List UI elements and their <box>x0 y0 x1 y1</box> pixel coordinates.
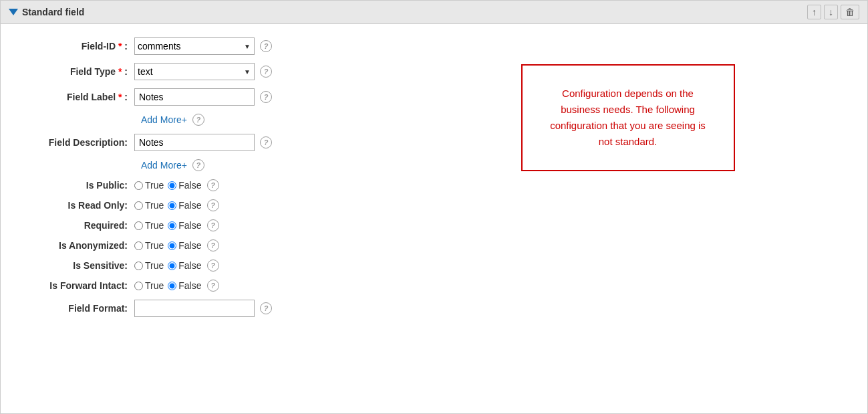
is-anonymized-true-radio[interactable] <box>134 241 143 250</box>
required-true-radio[interactable] <box>134 221 143 230</box>
is-anonymized-true-option[interactable]: True <box>134 240 164 251</box>
is-forward-intact-label-text: Is Forward Intact: <box>49 280 128 291</box>
is-sensitive-help-icon[interactable]: ? <box>207 260 219 272</box>
is-forward-intact-row: Is Forward Intact: True False ? <box>14 280 388 292</box>
field-id-row: Field-ID * : comments notes description … <box>14 37 388 55</box>
field-id-control-wrap: comments notes description ? <box>134 37 272 55</box>
is-read-only-row: Is Read Only: True False ? <box>14 199 388 211</box>
add-more-description-row: Add More+ ? <box>141 159 388 171</box>
is-read-only-false-label: False <box>178 200 201 211</box>
is-forward-intact-true-label: True <box>145 280 164 291</box>
required-help-icon[interactable]: ? <box>207 219 219 231</box>
is-anonymized-label-text: Is Anonymized: <box>59 240 128 251</box>
is-sensitive-label-text: Is Sensitive: <box>73 260 128 271</box>
is-sensitive-true-option[interactable]: True <box>134 260 164 271</box>
required-false-radio[interactable] <box>168 221 176 230</box>
field-description-input[interactable] <box>134 134 255 151</box>
is-read-only-false-radio[interactable] <box>168 201 176 210</box>
is-forward-intact-help-icon[interactable]: ? <box>207 280 219 292</box>
required-false-label: False <box>178 220 201 231</box>
move-down-button[interactable]: ↓ <box>824 5 838 19</box>
is-anonymized-true-label: True <box>145 240 164 251</box>
is-read-only-label: Is Read Only: <box>14 200 134 211</box>
field-description-row: Field Description: ? <box>14 134 388 151</box>
move-up-button[interactable]: ↑ <box>807 5 821 19</box>
is-read-only-help-icon[interactable]: ? <box>207 199 219 211</box>
add-more-description-help-icon[interactable]: ? <box>192 159 204 171</box>
panel-header-actions: ↑ ↓ 🗑 <box>807 5 859 19</box>
is-read-only-label-text: Is Read Only: <box>68 200 128 211</box>
is-public-radio-group: True False <box>134 180 202 191</box>
field-label-help-icon[interactable]: ? <box>260 91 272 103</box>
is-forward-intact-true-radio[interactable] <box>134 282 143 290</box>
is-read-only-false-option[interactable]: False <box>168 200 201 211</box>
is-sensitive-false-radio[interactable] <box>168 262 176 270</box>
field-format-label-text: Field Format: <box>68 303 128 314</box>
is-sensitive-false-option[interactable]: False <box>168 260 201 271</box>
is-forward-intact-false-label: False <box>178 280 201 291</box>
required-label: Required: <box>14 220 134 231</box>
field-label-control-wrap: ? <box>134 88 272 106</box>
is-public-control-wrap: True False ? <box>134 179 219 191</box>
is-sensitive-control-wrap: True False ? <box>134 260 219 272</box>
is-sensitive-true-radio[interactable] <box>134 262 143 270</box>
field-label-input[interactable] <box>134 88 255 106</box>
panel-title: Standard field <box>22 7 84 17</box>
required-control-wrap: True False ? <box>134 219 219 231</box>
is-public-true-radio[interactable] <box>134 181 143 190</box>
is-public-false-label: False <box>178 180 201 191</box>
panel-body: Field-ID * : comments notes description … <box>1 24 867 338</box>
field-label-required-star: * <box>118 92 122 102</box>
field-id-label: Field-ID * : <box>14 41 134 51</box>
is-anonymized-row: Is Anonymized: True False ? <box>14 239 388 251</box>
is-public-true-label: True <box>145 180 164 191</box>
is-anonymized-false-label: False <box>178 240 201 251</box>
add-more-description-link[interactable]: Add More+ <box>141 160 187 171</box>
is-read-only-true-option[interactable]: True <box>134 200 164 211</box>
is-forward-intact-label: Is Forward Intact: <box>14 280 134 291</box>
is-public-true-option[interactable]: True <box>134 180 164 191</box>
info-box: Configuration depends on the business ne… <box>521 64 735 171</box>
field-type-row: Field Type * : text textarea number date… <box>14 63 388 80</box>
is-public-help-icon[interactable]: ? <box>207 179 219 191</box>
is-anonymized-false-option[interactable]: False <box>168 240 201 251</box>
is-public-false-option[interactable]: False <box>168 180 201 191</box>
is-read-only-true-radio[interactable] <box>134 201 143 210</box>
required-row: Required: True False ? <box>14 219 388 231</box>
field-type-help-icon[interactable]: ? <box>260 66 272 78</box>
is-public-false-radio[interactable] <box>168 181 176 190</box>
is-forward-intact-false-option[interactable]: False <box>168 280 201 291</box>
add-more-label-link[interactable]: Add More+ <box>141 114 187 125</box>
is-sensitive-label: Is Sensitive: <box>14 260 134 271</box>
field-format-input[interactable] <box>134 300 255 317</box>
is-sensitive-false-label: False <box>178 260 201 271</box>
is-forward-intact-radio-group: True False <box>134 280 202 291</box>
field-type-control-wrap: text textarea number date ? <box>134 63 272 80</box>
field-format-control-wrap: ? <box>134 300 272 317</box>
field-id-required-star: * <box>118 41 122 51</box>
info-box-text: Configuration depends on the business ne… <box>549 86 707 150</box>
delete-button[interactable]: 🗑 <box>841 5 859 19</box>
field-id-select-wrapper: comments notes description <box>134 37 255 55</box>
collapse-icon[interactable] <box>9 9 18 15</box>
is-forward-intact-true-option[interactable]: True <box>134 280 164 291</box>
add-more-label-row: Add More+ ? <box>141 114 388 126</box>
required-true-option[interactable]: True <box>134 220 164 231</box>
required-false-option[interactable]: False <box>168 220 201 231</box>
is-anonymized-control-wrap: True False ? <box>134 239 219 251</box>
field-type-select[interactable]: text textarea number date <box>134 63 255 80</box>
is-read-only-true-label: True <box>145 200 164 211</box>
field-id-help-icon[interactable]: ? <box>260 40 272 52</box>
is-anonymized-help-icon[interactable]: ? <box>207 239 219 251</box>
field-type-select-wrapper: text textarea number date <box>134 63 255 80</box>
field-format-help-icon[interactable]: ? <box>260 302 272 314</box>
add-more-label-help-icon[interactable]: ? <box>192 114 204 126</box>
is-anonymized-false-radio[interactable] <box>168 241 176 250</box>
is-forward-intact-false-radio[interactable] <box>168 282 176 290</box>
field-description-help-icon[interactable]: ? <box>260 136 272 148</box>
field-id-select[interactable]: comments notes description <box>134 37 255 55</box>
is-anonymized-label: Is Anonymized: <box>14 240 134 251</box>
field-description-label: Field Description: <box>14 137 134 148</box>
is-forward-intact-control-wrap: True False ? <box>134 280 219 292</box>
is-public-row: Is Public: True False ? <box>14 179 388 191</box>
